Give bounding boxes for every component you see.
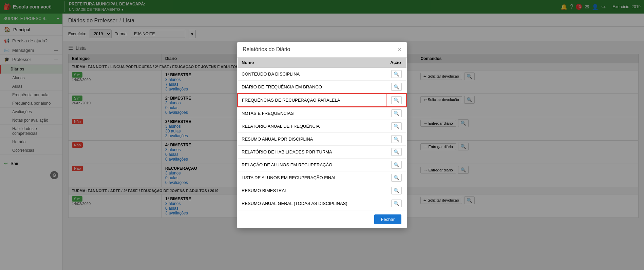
report-name: LISTA DE ALUNOS EM RECUPERAÇÃO FINAL — [238, 171, 386, 184]
report-name: RELATORIO ANUAL DE FREQUÊNCIA — [238, 120, 386, 132]
report-name: RESUMO ANUAL POR DISCIPLINA — [238, 132, 386, 145]
report-search-button[interactable]: 🔍 — [391, 109, 402, 117]
modal-table-row: RESUMO ANUAL POR DISCIPLINA🔍 — [238, 132, 406, 145]
report-search-button[interactable]: 🔍 — [391, 174, 402, 182]
report-name: FREQUÊNCIAS DE RECUPERAÇÃO PARALELA — [238, 94, 386, 107]
modal-overlay[interactable]: Relatórios do Diário × Nome Ação CONTEÚD… — [0, 0, 644, 270]
modal-table-row: RESUMO ANUAL GERAL (TODAS AS DISCIPLINAS… — [238, 197, 406, 210]
report-action-cell: 🔍 — [386, 197, 406, 210]
report-search-button[interactable]: 🔍 — [391, 161, 402, 169]
report-action-cell: 🔍 — [386, 107, 406, 120]
modal-col-nome: Nome — [238, 58, 386, 68]
report-action-cell: 🔍 — [386, 67, 406, 80]
report-action-cell: 🔍 — [386, 120, 406, 132]
modal-table-row: RELAÇÃO DE ALUNOS EM RECUPERAÇÃO🔍 — [238, 158, 406, 171]
report-action-cell: 🔍 — [386, 184, 406, 197]
report-search-button[interactable]: 🔍 — [391, 83, 402, 91]
modal-footer: Fechar — [237, 210, 407, 228]
report-search-button[interactable]: 🔍 — [391, 200, 402, 207]
modal-dialog: Relatórios do Diário × Nome Ação CONTEÚD… — [237, 42, 407, 228]
modal-table-row: NOTAS E FREQUENCIAS🔍 — [238, 107, 406, 120]
report-name: RELATÓRIO DE HABILIDADES POR TURMA — [238, 145, 386, 158]
modal-col-acao: Ação — [386, 58, 406, 68]
report-search-button[interactable]: 🔍 — [391, 187, 402, 194]
modal-table-row: RELATORIO ANUAL DE FREQUÊNCIA🔍 — [238, 120, 406, 132]
report-name: DIÁRIO DE FREQUÊNCIA EM BRANCO — [238, 80, 386, 94]
report-search-button[interactable]: 🔍 — [391, 96, 402, 104]
report-action-cell: 🔍 — [386, 145, 406, 158]
report-search-button[interactable]: 🔍 — [391, 70, 402, 78]
modal-table-row: LISTA DE ALUNOS EM RECUPERAÇÃO FINAL🔍 — [238, 171, 406, 184]
modal-table-row: DIÁRIO DE FREQUÊNCIA EM BRANCO🔍 — [238, 80, 406, 94]
report-action-cell: 🔍 — [386, 171, 406, 184]
modal-header: Relatórios do Diário × — [237, 42, 407, 58]
report-name: RESUMO ANUAL GERAL (TODAS AS DISCIPLINAS… — [238, 197, 386, 210]
modal-table: Nome Ação CONTEÚDO DA DISCIPLINA🔍DIÁRIO … — [237, 58, 407, 210]
report-name: NOTAS E FREQUENCIAS — [238, 107, 386, 120]
report-search-button[interactable]: 🔍 — [391, 122, 402, 130]
modal-table-row: CONTEÚDO DA DISCIPLINA🔍 — [238, 67, 406, 80]
modal-table-row: RELATÓRIO DE HABILIDADES POR TURMA🔍 — [238, 145, 406, 158]
modal-close-button[interactable]: × — [398, 46, 401, 53]
report-action-cell: 🔍 — [386, 94, 406, 107]
modal-table-row: FREQUÊNCIAS DE RECUPERAÇÃO PARALELA🔍 — [238, 94, 406, 107]
report-name: CONTEÚDO DA DISCIPLINA — [238, 67, 386, 80]
report-action-cell: 🔍 — [386, 158, 406, 171]
report-action-cell: 🔍 — [386, 132, 406, 145]
modal-title: Relatórios do Diário — [243, 46, 290, 53]
modal-body: Nome Ação CONTEÚDO DA DISCIPLINA🔍DIÁRIO … — [237, 58, 407, 210]
report-search-button[interactable]: 🔍 — [391, 135, 402, 143]
modal-table-row: RESUMO BIMESTRAL🔍 — [238, 184, 406, 197]
fechar-button[interactable]: Fechar — [374, 214, 401, 224]
report-name: RESUMO BIMESTRAL — [238, 184, 386, 197]
report-action-cell: 🔍 — [386, 80, 406, 94]
report-search-button[interactable]: 🔍 — [391, 148, 402, 156]
report-name: RELAÇÃO DE ALUNOS EM RECUPERAÇÃO — [238, 158, 386, 171]
